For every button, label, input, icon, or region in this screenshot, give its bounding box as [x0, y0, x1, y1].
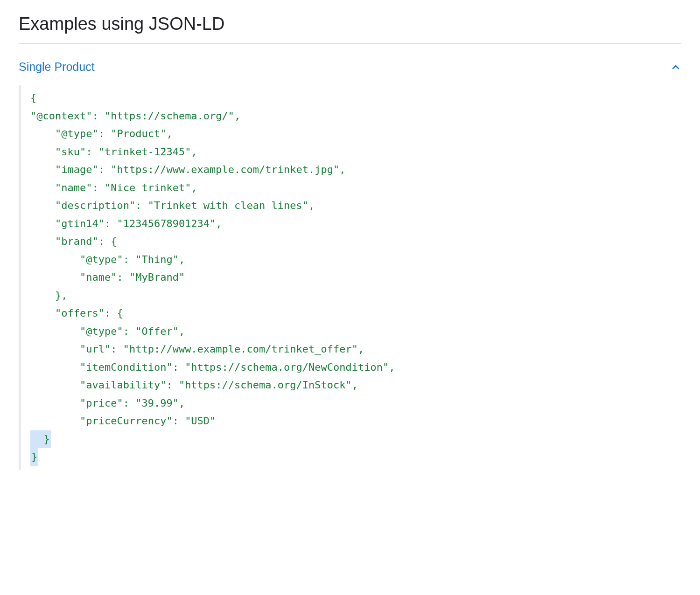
code-line: "itemCondition": "https://schema.org/New…: [30, 361, 395, 373]
code-line: "sku": "trinket-12345",: [30, 146, 197, 158]
code-line: "brand": {: [30, 235, 117, 247]
code-line: }: [30, 448, 38, 466]
code-line: "@type": "Thing",: [30, 254, 185, 265]
code-line: "priceCurrency": "USD": [30, 415, 216, 427]
code-line: "@type": "Product",: [30, 128, 173, 139]
accordion-header[interactable]: Single Product: [19, 58, 681, 85]
code-line: "name": "Nice trinket",: [30, 182, 197, 194]
code-line: "image": "https://www.example.com/trinke…: [30, 164, 346, 175]
code-line: "@context": "https://schema.org/",: [30, 110, 240, 122]
code-line: "price": "39.99",: [30, 397, 185, 409]
code-block: { "@context": "https://schema.org/", "@t…: [19, 85, 681, 470]
page-heading: Examples using JSON-LD: [19, 14, 681, 44]
code-line: },: [30, 290, 67, 301]
code-line: "offers": {: [30, 307, 123, 319]
code-line: "@type": "Offer",: [30, 325, 185, 337]
code-line: "name": "MyBrand": [30, 271, 185, 283]
code-line: }: [30, 430, 51, 449]
code-line: "url": "http://www.example.com/trinket_o…: [30, 343, 364, 355]
code-line: {: [30, 92, 36, 104]
code-line: "availability": "https://schema.org/InSt…: [30, 379, 358, 391]
code-line: "gtin14": "12345678901234",: [30, 218, 222, 229]
chevron-up-icon: [670, 62, 681, 73]
code-line: "description": "Trinket with clean lines…: [30, 200, 315, 211]
accordion-title: Single Product: [19, 60, 95, 74]
